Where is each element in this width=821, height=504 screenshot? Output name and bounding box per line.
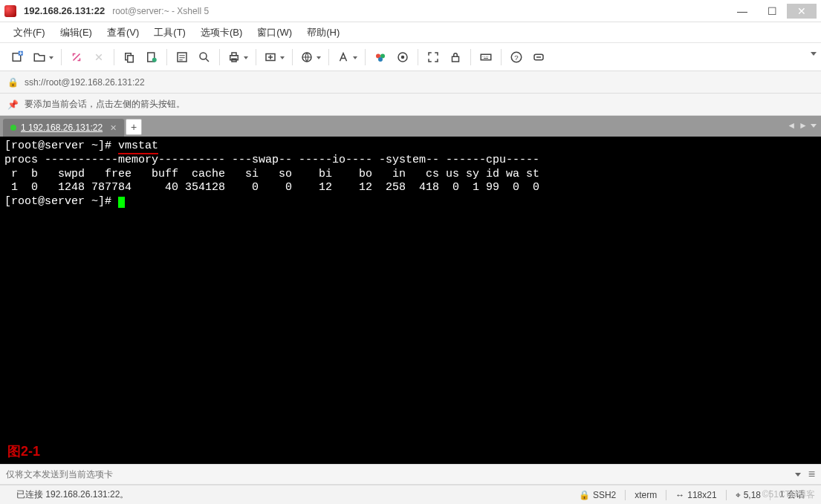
tab-next-icon[interactable]: ►: [799, 120, 808, 131]
window-title-main: 192.168.26.131:22: [24, 5, 105, 16]
lock-small-icon: 🔒: [579, 490, 590, 500]
compose-bar-icon[interactable]: [528, 47, 549, 68]
address-url: ssh://root@192.168.26.131:22: [25, 77, 145, 88]
compose-input[interactable]: [6, 469, 788, 480]
svg-point-5: [152, 57, 157, 62]
disconnect-icon[interactable]: [88, 47, 109, 68]
highlight-icon[interactable]: [392, 47, 413, 68]
status-size: ↔118x21: [666, 490, 725, 500]
minimize-button[interactable]: —: [727, 4, 757, 19]
terminal-prompt: [root@server ~]#: [4, 140, 118, 152]
menu-edit[interactable]: 编辑(E): [54, 23, 98, 42]
color-scheme-icon[interactable]: [370, 47, 391, 68]
status-protocol: 🔒SSH2: [570, 490, 625, 500]
session-tab-label: 1 192.168.26.131:22: [21, 122, 103, 133]
status-dot-connected-icon: [10, 125, 16, 131]
terminal-prompt: [root@server ~]#: [4, 195, 118, 208]
svg-rect-9: [232, 53, 236, 56]
status-terminal-type: xterm: [626, 490, 666, 500]
menu-view[interactable]: 查看(V): [101, 23, 145, 42]
tab-list-dropdown-icon[interactable]: [811, 124, 817, 128]
xftp-icon[interactable]: [261, 47, 288, 68]
compose-input-bar: ≡: [0, 464, 821, 485]
watermark: ©51CTO博客: [762, 488, 815, 501]
paste-icon[interactable]: [141, 47, 162, 68]
hint-text: 要添加当前会话，点击左侧的箭头按钮。: [25, 98, 185, 111]
terminal-output-header: procs -----------memory---------- ---swa…: [4, 154, 539, 166]
menu-file[interactable]: 文件(F): [7, 23, 51, 42]
figure-label: 图2-1: [7, 443, 40, 460]
tab-prev-icon[interactable]: ◄: [787, 120, 796, 131]
terminal-command: vmstat: [118, 140, 158, 154]
window-controls: — ☐ ✕: [727, 4, 817, 19]
titlebar: 192.168.26.131:22 root@server:~ - Xshell…: [0, 0, 821, 22]
svg-rect-18: [452, 56, 459, 62]
svg-point-7: [200, 53, 207, 59]
encoding-icon[interactable]: [297, 47, 324, 68]
status-connection: 已连接 192.168.26.131:22。: [7, 488, 137, 501]
terminal[interactable]: [root@server ~]# vmstat procs ----------…: [0, 137, 821, 464]
lock-icon[interactable]: [445, 47, 466, 68]
menu-tools[interactable]: 工具(T): [148, 23, 192, 42]
address-bar[interactable]: 🔒 ssh://root@192.168.26.131:22: [0, 71, 821, 94]
close-button[interactable]: ✕: [787, 4, 817, 19]
hint-bar: 📌 要添加当前会话，点击左侧的箭头按钮。: [0, 94, 821, 116]
svg-point-15: [378, 57, 383, 62]
help-icon[interactable]: ?: [506, 47, 527, 68]
compose-menu-icon[interactable]: ≡: [808, 468, 815, 480]
new-session-icon[interactable]: [7, 47, 28, 68]
open-session-icon[interactable]: [30, 47, 56, 68]
pin-icon[interactable]: 📌: [7, 99, 19, 110]
tab-close-icon[interactable]: ✕: [110, 123, 117, 133]
print-icon[interactable]: [224, 47, 251, 68]
properties-icon[interactable]: [172, 47, 192, 68]
reconnect-icon[interactable]: [66, 47, 87, 68]
toolbar: ?: [0, 43, 821, 71]
terminal-output-columns: r b swpd free buff cache si so bi bo in …: [4, 168, 539, 180]
status-bar: 已连接 192.168.26.131:22。 🔒SSH2 xterm ↔118x…: [0, 485, 821, 504]
copy-icon[interactable]: [119, 47, 140, 68]
font-icon[interactable]: [334, 47, 360, 68]
ssh-lock-icon: 🔒: [7, 77, 19, 88]
keyboard-icon[interactable]: [476, 47, 496, 68]
svg-rect-19: [481, 54, 491, 60]
add-tab-button[interactable]: +: [126, 119, 142, 135]
find-icon[interactable]: [194, 47, 215, 68]
window-title-sub: root@server:~ - Xshell 5: [112, 6, 209, 16]
toolbar-overflow-icon[interactable]: [811, 52, 817, 56]
terminal-output-values: 1 0 1248 787784 40 354128 0 0 12 12 258 …: [4, 181, 539, 194]
svg-rect-3: [128, 55, 134, 62]
svg-point-17: [401, 55, 405, 59]
terminal-cursor-icon: [118, 197, 125, 208]
menu-window[interactable]: 窗口(W): [251, 23, 298, 42]
fullscreen-icon[interactable]: [423, 47, 444, 68]
size-icon: ↔: [675, 490, 684, 500]
compose-target-dropdown-icon[interactable]: [795, 473, 801, 477]
session-tab[interactable]: 1 192.168.26.131:22 ✕: [3, 119, 124, 137]
maximize-button[interactable]: ☐: [757, 4, 787, 19]
cursor-pos-icon: ⌖: [736, 490, 741, 500]
svg-text:?: ?: [514, 53, 519, 61]
menu-tabs[interactable]: 选项卡(B): [195, 23, 248, 42]
app-icon: [4, 5, 16, 17]
tab-strip: 1 192.168.26.131:22 ✕ + ◄ ►: [0, 116, 821, 137]
tab-nav: ◄ ►: [787, 120, 817, 131]
menubar: 文件(F) 编辑(E) 查看(V) 工具(T) 选项卡(B) 窗口(W) 帮助(…: [0, 22, 821, 43]
menu-help[interactable]: 帮助(H): [301, 23, 345, 42]
